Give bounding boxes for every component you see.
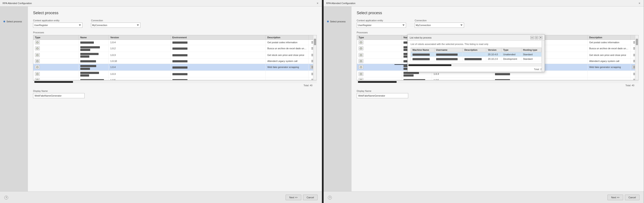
- cell-description: Get postal codes information: [588, 40, 630, 45]
- cell-robot-desc: [462, 52, 486, 57]
- table-row[interactable]: 1.0.5: [33, 77, 316, 80]
- sidebar-dot-left: [4, 21, 5, 22]
- svg-point-46: [37, 74, 37, 74]
- sub-dialog-close[interactable]: ×: [539, 36, 542, 39]
- cell-description: [588, 77, 630, 80]
- table-row[interactable]: 1.0.4Web fake generator scrapping: [33, 64, 316, 71]
- table-row[interactable]: 1.0.10Attended Legacy system call: [33, 59, 316, 64]
- cell-name: [78, 64, 108, 71]
- sub-dialog-description: List of robots associated with the selec…: [410, 43, 542, 45]
- svg-rect-93: [361, 62, 362, 62]
- robot-icon: [358, 47, 363, 50]
- cell-env: [170, 59, 266, 64]
- connection-label-right: Connection: [415, 19, 464, 22]
- svg-rect-102: [361, 68, 362, 68]
- h-scrollbar-thumb-right: [358, 81, 396, 83]
- col-desc-left: Description: [266, 35, 308, 40]
- cancel-button-left[interactable]: Cancel: [303, 194, 318, 200]
- footer-help-right: ?: [328, 196, 332, 199]
- cancel-button-right[interactable]: Cancel: [625, 194, 640, 200]
- h-scrollbar-right[interactable]: [357, 80, 639, 83]
- cell-robot-desc: [462, 57, 486, 61]
- help-icon-right[interactable]: ?: [328, 196, 332, 199]
- footer-help-left: ?: [4, 196, 8, 199]
- next-button-right[interactable]: Next >>: [608, 194, 623, 200]
- sidebar-item-label-left: Select process: [6, 20, 22, 23]
- next-button-left[interactable]: Next >>: [286, 194, 301, 200]
- processes-table-left: Type Name Version Environment Descriptio…: [33, 35, 316, 80]
- sub-dialog-title-text: List robot by process: [410, 36, 432, 39]
- scrollbar-right[interactable]: [635, 35, 638, 80]
- display-name-input-left[interactable]: [33, 93, 84, 98]
- cell-robot-hosting: Standard: [521, 52, 541, 57]
- table-row[interactable]: 1.0.2Busca un archivo de excel dado un .…: [33, 45, 316, 52]
- title-bar-text-right: RPA Attended Configuration: [326, 2, 356, 5]
- panel-right: RPA Attended Configuration × Select proc…: [322, 0, 644, 203]
- svg-point-92: [362, 61, 362, 61]
- cell-robot-version: 20.10.2.0: [486, 57, 502, 61]
- sidebar-item-select-process-left[interactable]: Select process: [2, 19, 26, 24]
- cell-name: [402, 77, 432, 80]
- svg-point-28: [37, 61, 37, 61]
- close-button-left[interactable]: ×: [316, 2, 319, 5]
- close-button-right[interactable]: ×: [638, 2, 641, 5]
- robot-row[interactable]: 20.10.2.0DevelopmentStandard: [411, 57, 542, 61]
- cell-description: Get stock oen price and close price: [588, 52, 630, 59]
- panel-left: RPA Attended Configuration × Select proc…: [0, 0, 322, 203]
- cell-type: [357, 52, 402, 59]
- cell-version: 1.0.4: [108, 40, 170, 45]
- sidebar-item-select-process-right[interactable]: Select process: [326, 19, 350, 24]
- table-row[interactable]: 1.0.5: [357, 77, 638, 80]
- cell-type: [357, 77, 402, 80]
- svg-point-65: [362, 42, 362, 43]
- table-row[interactable]: 1.0.3: [33, 71, 316, 77]
- display-name-label-right: Display Name: [357, 90, 639, 92]
- svg-rect-54: [36, 79, 38, 80]
- table-row[interactable]: 1.0.3Get stock oen price and close price: [33, 52, 316, 59]
- cell-machine: [411, 57, 434, 61]
- sidebar-right: Select process: [324, 7, 352, 191]
- total-line-right: Total: 40: [357, 83, 639, 87]
- svg-point-47: [38, 74, 38, 74]
- title-bar-left: RPA Attended Configuration ×: [0, 0, 322, 7]
- display-name-input-right[interactable]: [357, 93, 408, 98]
- svg-point-38: [38, 67, 38, 67]
- svg-point-101: [362, 67, 362, 67]
- robot-row[interactable]: 20.10.4.0UnattendedStandard: [411, 52, 542, 57]
- robots-table: Machine Name Username Description Versio…: [410, 48, 542, 61]
- cell-description: Busca un archivo de excel dado un ...: [266, 45, 308, 52]
- connection-select-left[interactable]: MyConnection: [91, 23, 140, 28]
- robot-icon: [358, 78, 363, 80]
- cell-version: 1.0.5: [432, 77, 493, 80]
- connection-select-right[interactable]: MyConnection: [415, 23, 464, 28]
- sub-dialog: List robot by process — □ × List of robo…: [407, 34, 545, 72]
- h-scrollbar-left[interactable]: [33, 80, 317, 83]
- context-select-left[interactable]: UserRegister: [33, 23, 82, 28]
- help-icon-left[interactable]: ?: [4, 196, 8, 199]
- cell-env: [170, 64, 266, 71]
- robot-icon: [35, 65, 40, 69]
- page-title-left: Select process: [33, 11, 317, 15]
- svg-point-82: [360, 55, 361, 55]
- h-scrollbar-thumb-left: [34, 81, 73, 83]
- svg-point-91: [360, 61, 361, 61]
- sub-dialog-maximize[interactable]: □: [535, 36, 538, 39]
- sub-dialog-body: List of robots associated with the selec…: [408, 41, 544, 63]
- context-group-left: Context application entity UserRegister: [33, 19, 82, 28]
- context-select-right[interactable]: UserRegister: [357, 23, 406, 28]
- cell-env: [170, 52, 266, 59]
- cell-robot-type: Unattended: [502, 52, 521, 57]
- sub-dialog-h-scroll[interactable]: [408, 63, 544, 66]
- table-row[interactable]: 1.0.4Get postal codes information: [33, 40, 316, 45]
- sub-dialog-scrollbar[interactable]: [542, 41, 544, 72]
- robots-col-hosting: Hosting type: [521, 48, 541, 52]
- page-title-right: Select process: [357, 11, 639, 15]
- footer-left: ? Next >> Cancel: [0, 191, 322, 203]
- sub-dialog-minimize[interactable]: —: [530, 36, 534, 39]
- col-version-left: Version: [108, 35, 170, 40]
- sub-dialog-title-bar: List robot by process — □ ×: [408, 35, 544, 41]
- cell-type: [33, 64, 78, 71]
- svg-rect-111: [361, 74, 362, 75]
- scrollbar-left[interactable]: [313, 35, 316, 80]
- context-label-left: Context application entity: [33, 19, 82, 22]
